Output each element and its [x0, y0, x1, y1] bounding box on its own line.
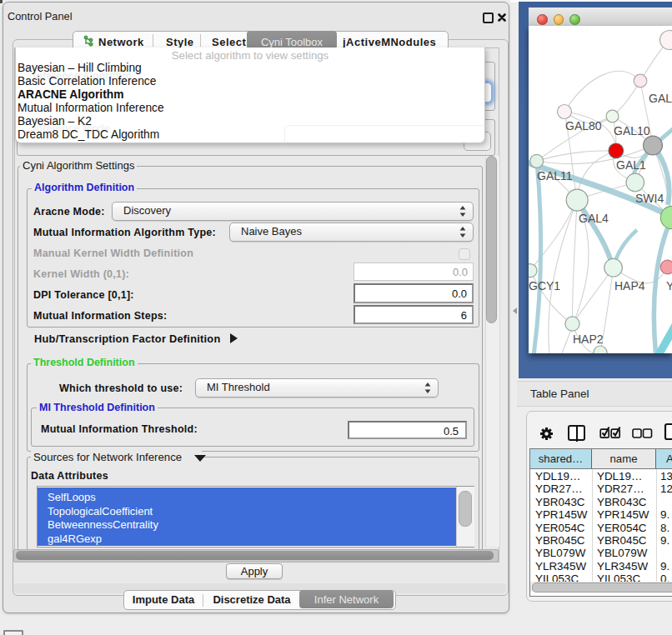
svg-text:GAL80: GAL80	[565, 119, 602, 132]
svg-text:SWI4: SWI4	[635, 192, 664, 205]
svg-text:GAL: GAL	[649, 92, 672, 105]
svg-text:GAL10: GAL10	[614, 124, 650, 138]
svg-text:GAL1: GAL1	[616, 158, 646, 172]
svg-text:GAL11: GAL11	[537, 169, 573, 182]
svg-text:HAP4: HAP4	[614, 279, 645, 292]
svg-text:HAP2: HAP2	[573, 332, 604, 346]
svg-text:GAL4: GAL4	[579, 212, 609, 225]
svg-text:Y: Y	[666, 279, 672, 292]
svg-text:GCY1: GCY1	[529, 279, 560, 292]
